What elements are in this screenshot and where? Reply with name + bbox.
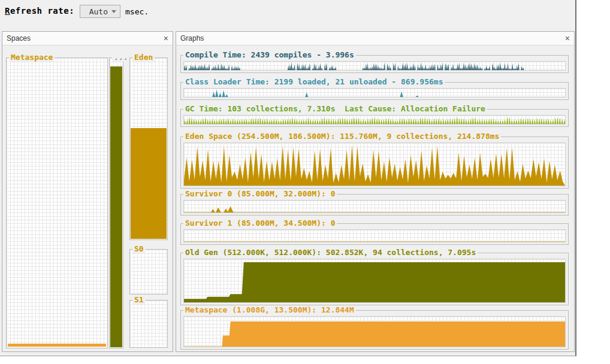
spaces-panel-body: Metaspace ... Eden S0 S1 [2, 46, 173, 352]
graph-title: Metaspace (1.008G, 13.500M): 12.844M [183, 305, 356, 314]
graph-class-loader-time: Class Loader Time: 2199 loaded, 21 unloa… [180, 82, 569, 100]
eden-column-label: Eden [132, 53, 155, 62]
panel-title: Graphs [180, 34, 204, 43]
graph-strip [183, 229, 566, 242]
graph-title: Old Gen (512.000K, 512.000K): 502.852K, … [183, 248, 478, 257]
graph-eden-space: Eden Space (254.500M, 186.500M): 115.760… [180, 136, 569, 189]
graph-strip [183, 142, 566, 186]
metaspace-column: Metaspace [6, 57, 108, 348]
graph-title: Survivor 0 (85.000M, 32.000M): 0 [183, 189, 337, 198]
graph-title: Compile Time: 2439 compiles - 3.996s [183, 50, 356, 59]
graphs-panel: Graphs × Compile Time: 2439 compiles - 3… [176, 31, 575, 352]
app-window: Refresh rate: Auto msec. Spaces × Metasp… [0, 0, 576, 356]
eden-column: Eden [129, 57, 168, 240]
graph-survivor1: Survivor 1 (85.000M, 34.500M): 0 [180, 223, 569, 245]
graph-title: Survivor 1 (85.000M, 34.500M): 0 [183, 219, 337, 228]
graph-survivor0: Survivor 0 (85.000M, 32.000M): 0 [180, 194, 569, 216]
graph-old-gen: Old Gen (512.000K, 512.000K): 502.852K, … [180, 253, 569, 305]
graph-strip [183, 316, 566, 347]
eden-usage-fill [131, 128, 167, 239]
refresh-label-rest: efresh rate: [10, 6, 74, 16]
survivor1-column: S1 [129, 300, 168, 348]
survivor0-column: S0 [129, 249, 168, 295]
graph-compile-time: Compile Time: 2439 compiles - 3.996s [180, 55, 569, 73]
compressed-class-column-label: ... [112, 53, 129, 62]
close-icon[interactable]: × [565, 34, 570, 43]
graph-title: Class Loader Time: 2199 loaded, 21 unloa… [183, 77, 445, 86]
compressed-class-usage-fill [110, 66, 122, 347]
panel-title: Spaces [7, 34, 31, 43]
combo-selected-value: Auto [89, 7, 108, 16]
graph-title: GC Time: 103 collections, 7.310s Last Ca… [183, 104, 487, 113]
graph-strip [183, 88, 566, 98]
refresh-rate-combo[interactable]: Auto [80, 5, 120, 18]
metaspace-usage-fill [8, 344, 106, 347]
graph-strip [183, 61, 566, 71]
metaspace-column-label: Metaspace [9, 53, 55, 62]
graphs-panel-body: Compile Time: 2439 compiles - 3.996s Cla… [176, 46, 574, 352]
graph-strip [183, 115, 566, 125]
close-icon[interactable]: × [164, 34, 168, 43]
spaces-panel-header: Spaces × [2, 32, 173, 46]
unit-label: msec. [125, 7, 149, 16]
survivor1-column-label: S1 [132, 295, 146, 304]
graph-strip [183, 259, 566, 303]
visualgc-window: Refresh rate: Auto msec. Spaces × Metasp… [0, 0, 610, 364]
graph-title: Eden Space (254.500M, 186.500M): 115.760… [183, 132, 501, 141]
refresh-rate-label: Refresh rate: [5, 6, 74, 16]
survivor0-column-label: S0 [132, 244, 146, 253]
spaces-panel: Spaces × Metaspace ... Eden S0 [2, 31, 173, 352]
chevron-down-icon [111, 10, 116, 13]
graph-strip [183, 200, 566, 213]
refresh-mnemonic: R [5, 6, 10, 16]
compressed-class-column: ... [109, 57, 123, 348]
graphs-panel-header: Graphs × [176, 32, 574, 46]
toolbar: Refresh rate: Auto msec. [0, 0, 575, 28]
graph-gc-time: GC Time: 103 collections, 7.310s Last Ca… [180, 109, 569, 127]
graph-metaspace: Metaspace (1.008G, 13.500M): 12.844M [180, 310, 569, 350]
